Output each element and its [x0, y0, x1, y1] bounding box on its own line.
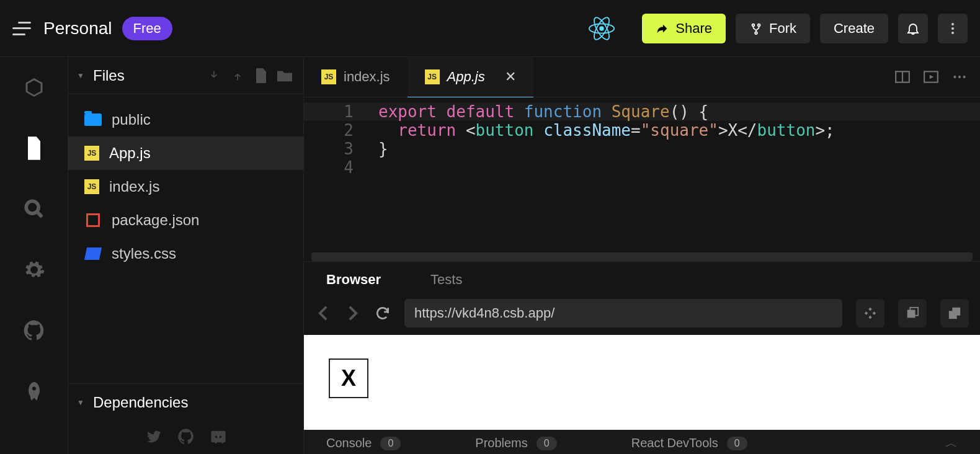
share-arrow-icon [656, 22, 669, 35]
preview-frame: X [304, 335, 980, 430]
deps-header[interactable]: ▼ Dependencies [68, 383, 303, 421]
preview-icon[interactable] [923, 69, 939, 85]
react-logo-icon [589, 16, 615, 42]
preview-panel: Browser Tests https://vkd4n8.csb.app/ X … [304, 261, 980, 454]
back-icon[interactable] [315, 305, 331, 321]
svg-point-5 [951, 27, 954, 30]
url-input[interactable]: https://vkd4n8.csb.app/ [404, 299, 842, 327]
deps-title: Dependencies [93, 394, 292, 411]
deploy-icon[interactable] [22, 380, 46, 403]
file-sidebar: ▼ Files public JS App.js JS index.js pac… [68, 57, 304, 454]
devtools-tab[interactable]: React DevTools 0 [631, 436, 747, 450]
fork-button[interactable]: Fork [736, 14, 810, 43]
new-window-icon[interactable] [898, 299, 927, 327]
file-item-index-js[interactable]: JS index.js [68, 170, 303, 203]
svg-rect-14 [907, 310, 915, 318]
explorer-icon[interactable] [22, 136, 46, 160]
search-icon[interactable] [22, 197, 46, 221]
share-button[interactable]: Share [642, 14, 726, 43]
social-links [68, 421, 303, 454]
bell-icon [906, 21, 920, 36]
svg-rect-17 [952, 308, 960, 316]
folder-icon [84, 111, 102, 128]
file-item-package-json[interactable]: package.json [68, 203, 303, 237]
code-editor[interactable]: 1export default function Square() { 2 re… [304, 97, 980, 252]
square-button[interactable]: X [329, 358, 368, 398]
file-item-public[interactable]: public [68, 103, 303, 136]
ptab-browser[interactable]: Browser [326, 272, 381, 288]
svg-point-7 [26, 201, 38, 213]
js-icon: JS [425, 69, 440, 84]
popout-icon[interactable] [940, 299, 969, 327]
upload-icon[interactable] [230, 68, 245, 83]
more-button[interactable] [938, 14, 968, 43]
twitter-icon[interactable] [145, 428, 163, 445]
json-icon [84, 211, 102, 229]
chevron-up-icon[interactable]: ︿ [945, 435, 958, 452]
ptab-tests[interactable]: Tests [430, 272, 462, 288]
tab-index-js[interactable]: JS index.js [304, 57, 408, 97]
js-icon: JS [84, 146, 99, 161]
files-title: Files [93, 67, 198, 84]
chevron-down-icon: ▼ [76, 398, 86, 407]
console-tab[interactable]: Console 0 [326, 436, 401, 450]
expand-icon[interactable] [856, 299, 884, 327]
github-icon[interactable] [22, 319, 46, 342]
github-social-icon[interactable] [177, 428, 195, 445]
sandbox-icon[interactable] [22, 76, 46, 99]
reload-icon[interactable] [375, 305, 391, 321]
fork-icon [749, 22, 763, 35]
chevron-down-icon: ▼ [76, 71, 86, 81]
svg-point-13 [963, 76, 965, 78]
file-item-styles-css[interactable]: styles.css [68, 237, 303, 270]
browser-toolbar: https://vkd4n8.csb.app/ [304, 295, 980, 335]
file-item-app-js[interactable]: JS App.js [68, 136, 303, 170]
editor-tab-actions [894, 69, 980, 85]
download-icon[interactable] [207, 68, 221, 83]
svg-point-12 [958, 76, 961, 78]
close-icon[interactable]: ✕ [505, 69, 516, 85]
tab-app-js[interactable]: JS App.js ✕ [408, 57, 533, 97]
activity-rail [0, 57, 68, 454]
new-folder-icon[interactable] [277, 68, 292, 83]
js-icon: JS [321, 69, 336, 84]
file-list: public JS App.js JS index.js package.jso… [68, 94, 303, 383]
svg-point-11 [953, 76, 956, 78]
content-area: JS index.js JS App.js ✕ 1export default … [304, 57, 980, 454]
bottom-panel-tabs: Console 0 Problems 0 React DevTools 0 ︿ [304, 430, 980, 454]
kebab-icon [945, 21, 960, 36]
main-area: ▼ Files public JS App.js JS index.js pac… [0, 57, 980, 454]
more-icon[interactable] [951, 69, 968, 85]
js-icon: JS [84, 179, 99, 194]
top-header: Personal Free Share Fork Create [0, 0, 980, 57]
split-icon[interactable] [894, 69, 911, 85]
workspace-name[interactable]: Personal [43, 19, 112, 38]
menu-icon[interactable] [12, 22, 31, 35]
editor-tabs: JS index.js JS App.js ✕ [304, 57, 980, 97]
notifications-button[interactable] [898, 14, 928, 43]
forward-icon[interactable] [345, 305, 361, 321]
files-header[interactable]: ▼ Files [68, 57, 303, 94]
new-file-icon[interactable] [254, 68, 269, 83]
editor-scrollbar[interactable] [311, 252, 973, 261]
svg-point-4 [951, 23, 954, 25]
preview-tabs: Browser Tests [304, 262, 980, 295]
discord-icon[interactable] [210, 428, 227, 445]
create-button[interactable]: Create [820, 14, 888, 43]
css-icon [84, 245, 102, 262]
plan-badge[interactable]: Free [122, 17, 172, 40]
svg-point-6 [951, 32, 954, 34]
problems-tab[interactable]: Problems 0 [475, 436, 556, 450]
settings-icon[interactable] [22, 258, 46, 282]
svg-point-0 [599, 26, 604, 30]
